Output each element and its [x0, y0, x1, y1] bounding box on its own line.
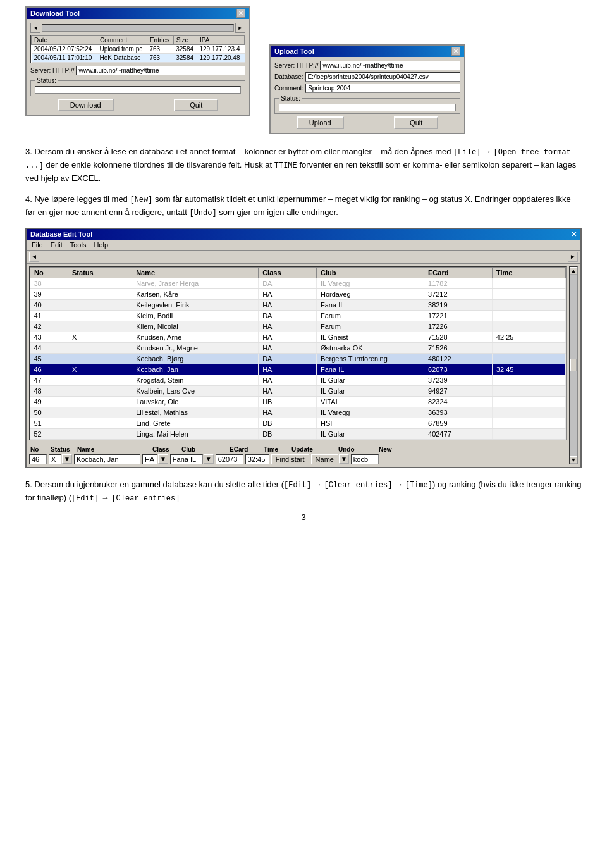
- download-tool-window: Download Tool ✕ ◄ ► Date Comment Entries: [25, 6, 250, 116]
- table-row[interactable]: 38 Narve, Jraser Herga DA IL Varegg 1178…: [30, 278, 566, 288]
- upload-button[interactable]: Upload: [297, 116, 344, 129]
- toolbar-left-arrow[interactable]: ◄: [29, 252, 39, 262]
- class-dropdown[interactable]: ▼: [158, 454, 168, 464]
- td-ecard: 71528: [424, 332, 493, 342]
- menu-tools[interactable]: Tools: [70, 241, 87, 249]
- edit-no[interactable]: [29, 454, 47, 464]
- table-row[interactable]: 2004/05/12 07:52:24 Upload from pc 763 3…: [32, 45, 245, 54]
- table-row[interactable]: 48 Kvalbein, Lars Ove HA IL Gular 94927: [30, 385, 566, 396]
- td-name: Kocbach, Bjørg: [132, 353, 259, 364]
- scroll-left-btn[interactable]: ◄: [30, 23, 40, 33]
- td-no: 47: [30, 375, 68, 385]
- download-button[interactable]: Download: [58, 99, 114, 111]
- table-row[interactable]: 2004/05/11 17:01:10 HoK Database 763 325…: [32, 54, 245, 63]
- edit-ecard[interactable]: [216, 454, 243, 464]
- td-name: Kleim, Bodil: [132, 310, 259, 321]
- td-class: HA: [259, 332, 317, 342]
- menu-file[interactable]: File: [32, 241, 43, 249]
- td-status: X: [68, 364, 132, 375]
- upload-close-button[interactable]: ✕: [451, 47, 460, 56]
- table-row[interactable]: 42 Kliem, Nicolai HA Farum 17226: [30, 321, 566, 332]
- table-row[interactable]: 45 Kocbach, Bjørg DA Bergens Turnforenin…: [30, 353, 566, 364]
- toolbar-right-arrow[interactable]: ►: [568, 252, 578, 262]
- td-ecard: 67859: [424, 418, 493, 428]
- td-class: DB: [259, 418, 317, 428]
- td-ecard: 402477: [424, 428, 493, 439]
- vscrollbar[interactable]: ▲ ▼: [569, 266, 578, 464]
- table-row[interactable]: 44 Knudsen Jr., Magne HA Østmarka OK 715…: [30, 342, 566, 353]
- status-dropdown[interactable]: ▼: [62, 454, 72, 464]
- download-quit-button[interactable]: Quit: [174, 99, 218, 111]
- col-date: Date: [32, 36, 97, 45]
- table-row-selected[interactable]: 46 X Kocbach, Jan HA Fana IL 62073 32:45: [30, 364, 566, 375]
- vscroll-thumb[interactable]: [570, 359, 577, 371]
- table-row[interactable]: 47 Krogstad, Stein HA IL Gular 37239: [30, 375, 566, 385]
- undo-dropdown[interactable]: ▼: [339, 454, 349, 464]
- para4-num: 4. Nye løpere legges til med: [25, 194, 130, 204]
- table-row[interactable]: 52 Linga, Mai Helen DB IL Gular 402477: [30, 428, 566, 439]
- scroll-track[interactable]: [42, 24, 234, 32]
- upload-database-input[interactable]: [305, 72, 460, 82]
- vscroll-up-btn[interactable]: ▲: [570, 267, 577, 275]
- bottom-col-no: No: [30, 446, 48, 453]
- th-ecard: ECard: [424, 267, 493, 278]
- table-row[interactable]: 51 Lind, Grete DB HSI 67859: [30, 418, 566, 428]
- td-extra: [548, 396, 565, 407]
- bottom-col-new: New: [379, 446, 410, 453]
- footer-arrow2: →: [392, 480, 405, 489]
- edit-club[interactable]: [170, 454, 203, 464]
- td-class: DA: [259, 310, 317, 321]
- edit-class[interactable]: [142, 454, 157, 464]
- td-ecard: 38219: [424, 299, 493, 310]
- table-row[interactable]: 43 X Knudsen, Arne HA IL Gneist 71528 42…: [30, 332, 566, 342]
- edit-name[interactable]: [74, 454, 140, 464]
- scroll-right-btn[interactable]: ►: [235, 23, 245, 33]
- td-extra: [548, 428, 565, 439]
- edit-status[interactable]: [49, 454, 61, 464]
- para4-code1: [New]: [130, 195, 152, 204]
- footer-code3: [Time]: [405, 481, 432, 490]
- td-time: [492, 321, 548, 332]
- table-row[interactable]: 49 Lauvskar, Ole HB VITAL 82324: [30, 396, 566, 407]
- upload-comment-input[interactable]: [305, 84, 460, 93]
- para3-text2: der de enkle kolonnene tilordnes til de …: [44, 160, 274, 170]
- download-close-button[interactable]: ✕: [236, 9, 245, 18]
- para4-code2: [Undo]: [189, 209, 216, 218]
- edit-new[interactable]: [351, 454, 379, 464]
- td-extra: [548, 385, 565, 396]
- undo-button[interactable]: Name: [311, 454, 338, 464]
- table-row[interactable]: 40 Keilegavlen, Eirik HA Fana IL 38219: [30, 299, 566, 310]
- td-class: HB: [259, 396, 317, 407]
- td-time: [492, 375, 548, 385]
- edit-time[interactable]: [245, 454, 269, 464]
- table-row[interactable]: 50 Lillestøl, Mathias HA IL Varegg 36393: [30, 407, 566, 418]
- td-time: [492, 396, 548, 407]
- bottom-col-class: Class: [152, 446, 179, 453]
- td-club: IL Varegg: [317, 407, 424, 418]
- server-input[interactable]: [76, 66, 245, 75]
- upload-quit-button[interactable]: Quit: [394, 116, 438, 129]
- td-no: 39: [30, 288, 68, 299]
- td-time: 42:25: [492, 332, 548, 342]
- menu-help[interactable]: Help: [94, 241, 108, 249]
- bottom-col-time: Time: [264, 446, 289, 453]
- td-class: HA: [259, 375, 317, 385]
- cell-comment: HoK Database: [97, 54, 147, 63]
- dbedit-bottom: No Status Name Class Club ECard Time Upd…: [27, 443, 569, 467]
- table-row[interactable]: 39 Karlsen, Kåre HA Hordaveg 37212: [30, 288, 566, 299]
- upload-server-input[interactable]: [320, 61, 460, 70]
- table-row[interactable]: 41 Kleim, Bodil DA Farum 17221: [30, 310, 566, 321]
- dbedit-close-button[interactable]: ✕: [571, 230, 577, 239]
- find-start-button[interactable]: Find start: [271, 454, 309, 464]
- td-time: [492, 310, 548, 321]
- download-hscrollbar[interactable]: ◄ ►: [30, 23, 245, 33]
- td-no: 38: [30, 278, 68, 288]
- td-status: [68, 428, 132, 439]
- menu-edit[interactable]: Edit: [51, 241, 63, 249]
- club-dropdown[interactable]: ▼: [204, 454, 214, 464]
- top-section: Download Tool ✕ ◄ ► Date Comment Entries: [25, 6, 582, 134]
- vscroll-down-btn[interactable]: ▼: [570, 456, 577, 464]
- footer-text1: 5. Dersom du igjenbruker en gammel datab…: [25, 480, 284, 489]
- td-ecard: 94927: [424, 385, 493, 396]
- bottom-col-status: Status: [51, 446, 75, 453]
